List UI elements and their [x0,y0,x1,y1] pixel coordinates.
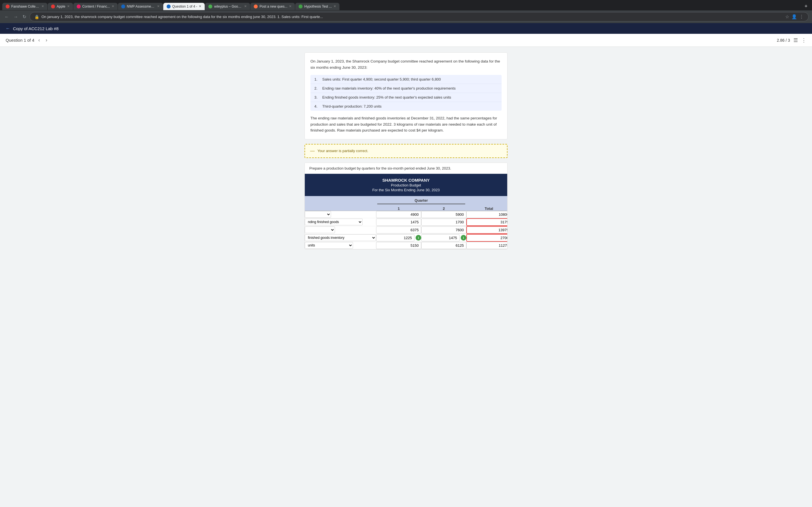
browser-tab[interactable]: Hypothesis Test ... ✕ [295,3,340,10]
close-tab-icon[interactable]: ✕ [199,4,201,8]
total-input[interactable] [466,218,507,226]
total-header: Total [466,207,507,211]
row-label-select[interactable]: unitsRequired production units [305,242,353,249]
row-label-select[interactable]: nding finished goodsEnding finished good… [305,219,363,225]
total-cell [466,226,507,234]
list-text: Ending raw materials inventory: 40% of t… [322,86,498,91]
list-number: 3. [314,95,322,100]
q1-input[interactable] [376,226,421,233]
tab-label: Question 1 of 4 - [172,4,197,8]
profile-icon[interactable]: 👤 [792,14,797,19]
back-button[interactable]: ← [3,13,10,20]
back-nav-button[interactable]: ← [6,26,10,31]
budget-table-container: Quarter 1 2 Total Sales units [305,196,507,249]
reload-button[interactable]: ↻ [21,13,28,20]
q2-input[interactable] [421,226,466,233]
total-input[interactable] [466,226,507,234]
next-question-button[interactable]: › [44,37,49,44]
q1-input[interactable] [376,234,414,241]
budget-section: Prepare a production budget by quarters … [305,163,507,249]
total-input[interactable] [466,211,507,218]
list-icon[interactable]: ☰ [794,37,798,43]
bookmark-icon[interactable]: ☆ [785,14,789,19]
question-header: Question 1 of 4 ‹ › 2.86 / 3 ☰ ⋮ [0,34,812,47]
main-content: On January 1, 2023, the Shamrock Company… [299,47,513,255]
q2-input[interactable] [421,234,460,241]
row-label-cell: Total required [305,226,376,234]
table-row: Sales units [305,211,507,218]
browser-tab[interactable]: NWP Assessmen... ✕ [118,3,163,10]
tab-label: Apple [57,4,65,8]
total-input[interactable] [466,242,507,249]
tab-label: Content / Financ... [82,4,110,8]
tab-bar: Fanshawe Colleg... ✕ Apple ✕ Content / F… [0,0,812,10]
browser-tab[interactable]: Apple ✕ [48,3,73,10]
col-header-row: 1 2 Total [305,207,507,211]
forward-button[interactable]: → [12,13,19,20]
q2-cell: i [421,234,466,242]
row-label-select[interactable]: Total required [305,226,335,233]
new-tab-button[interactable]: + [802,2,810,10]
q2-cell [421,211,466,218]
numbered-list: 1.Sales units: First quarter 4,900; seco… [310,75,502,111]
total-input[interactable] [466,234,507,242]
more-options-icon[interactable]: ⋮ [801,37,806,43]
q2-input[interactable] [421,219,466,226]
browser-tab[interactable]: Fanshawe Colleg... ✕ [2,3,47,10]
q2-input[interactable] [421,242,466,249]
q1-input[interactable] [376,219,421,226]
q2-cell [421,218,466,226]
close-tab-icon[interactable]: ✕ [157,4,160,8]
browser-tab[interactable]: Question 1 of 4 - ✕ [163,3,205,10]
total-cell [466,211,507,218]
close-tab-icon[interactable]: ✕ [289,4,292,8]
table-row: finished goods inventoryLess: Beginning … [305,234,507,242]
list-number: 1. [314,77,322,81]
list-number: 4. [314,104,322,108]
q1-cell [376,218,421,226]
q1-cell [376,242,421,249]
browser-tab[interactable]: Content / Financ... ✕ [73,3,117,10]
q2-cell [421,226,466,234]
extra-text: The ending raw materials and finished go… [310,115,502,133]
question-intro-text: On January 1, 2023, the Shamrock Company… [310,58,502,70]
prev-question-button[interactable]: ‹ [37,37,42,44]
browser-tab[interactable]: wileyplus – Goog... ✕ [205,3,250,10]
close-tab-icon[interactable]: ✕ [334,4,336,8]
total-cell [466,242,507,249]
row-label-cell: finished goods inventoryLess: Beginning … [305,234,376,242]
browser-tab[interactable]: Post a new ques... ✕ [250,3,295,10]
close-tab-icon[interactable]: ✕ [67,4,70,8]
col1-header: 1 [376,207,421,211]
col2-header: 2 [421,207,466,211]
info-button-q1[interactable]: i [416,235,421,240]
tab-label: NWP Assessmen... [127,4,155,8]
q2-input[interactable] [421,211,466,218]
app-header: ← Copy of ACC212 Lab #8 [0,23,812,34]
menu-icon[interactable]: ⋮ [799,14,804,19]
answer-status-icon: — [310,149,315,154]
app-title: Copy of ACC212 Lab #8 [13,26,59,31]
budget-instruction: Prepare a production budget by quarters … [305,163,507,174]
table-row: unitsRequired production units [305,242,507,249]
q1-input[interactable] [376,211,421,218]
table-row: nding finished goodsEnding finished good… [305,218,507,226]
question-icons: ☰ ⋮ [794,37,806,43]
row-label-select[interactable]: Sales units [305,211,331,218]
budget-table: Quarter 1 2 Total Sales units [305,196,507,249]
q1-input[interactable] [376,242,421,249]
tab-label: Fanshawe Colleg... [11,4,40,8]
row-label-cell: nding finished goodsEnding finished good… [305,218,376,226]
close-tab-icon[interactable]: ✕ [42,4,44,8]
list-text: Third-quarter production: 7,200 units [322,104,498,108]
budget-header: SHAMROCK COMPANY Production Budget For t… [305,174,507,196]
close-tab-icon[interactable]: ✕ [112,4,114,8]
total-cell [466,234,507,242]
info-button-q2[interactable]: i [461,235,466,240]
row-label-select[interactable]: finished goods inventoryLess: Beginning … [305,234,376,241]
q1-cell: i [376,234,421,242]
close-tab-icon[interactable]: ✕ [244,4,247,8]
list-text: Ending finished goods inventory: 25% of … [322,95,498,100]
score-value: 2.86 / 3 [777,38,790,43]
url-bar[interactable]: 🔒 On january 1, 2023, the shamrock compa… [30,12,809,21]
